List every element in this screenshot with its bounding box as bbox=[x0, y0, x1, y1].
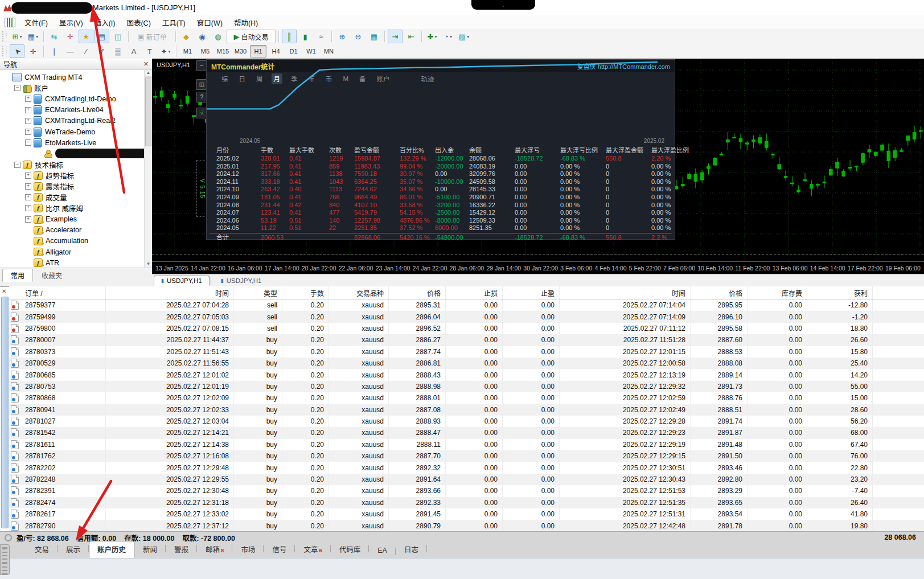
tree-item--[interactable]: +f趋势指标 bbox=[0, 170, 152, 181]
templates-button[interactable]: ▨▾ bbox=[457, 30, 471, 43]
scroll-up-icon[interactable]: ▲ bbox=[145, 70, 152, 77]
terminal-tab-文章[interactable]: 文章6 bbox=[295, 541, 330, 558]
expand-icon[interactable]: + bbox=[25, 216, 31, 223]
new-order-button[interactable]: ▣新订单 bbox=[132, 30, 173, 43]
chart-tab-1[interactable]: ▮USDJPY,H1 bbox=[214, 276, 269, 285]
navigator-tab-常用[interactable]: 常用 bbox=[2, 269, 33, 282]
table-row[interactable]: 287822022025.02.27 12:29:48buy0.20xauusd… bbox=[9, 462, 924, 473]
horizontal-line-tool-button[interactable]: ― bbox=[63, 44, 77, 58]
table-row[interactable]: 287815422025.02.27 12:14:21buy0.20xauusd… bbox=[9, 427, 924, 438]
terminal-close-icon[interactable]: ✕ bbox=[2, 288, 6, 294]
table-row[interactable]: 287805292025.02.27 11:56:55buy0.20xauusd… bbox=[9, 358, 924, 369]
text-label-tool-button[interactable]: T bbox=[142, 44, 157, 58]
table-row[interactable]: 287824742025.02.27 12:31:18buy0.20xauusd… bbox=[9, 497, 924, 508]
chart-area[interactable]: USDJPY,H1 − ◫ ? √ V 5.15 MTCommander统计 复… bbox=[152, 59, 924, 286]
auto-trading-button[interactable]: ▶自动交易 bbox=[227, 30, 276, 43]
terminal-tab-市场[interactable]: 市场 bbox=[232, 541, 264, 558]
tree-item--[interactable]: −账户 bbox=[0, 83, 152, 93]
tree-item-cxm-trading-mt4[interactable]: CXM Trading MT4 bbox=[0, 72, 152, 83]
menu-item[interactable]: 显示(V) bbox=[54, 15, 89, 30]
timeframe-h4[interactable]: H4 bbox=[268, 45, 284, 58]
candle-chart-button[interactable]: ▮ bbox=[298, 30, 313, 43]
terminal-tab-新闻[interactable]: 新闻 bbox=[134, 541, 166, 558]
table-row[interactable]: 287806852025.02.27 12:01:02buy0.20xauusd… bbox=[9, 369, 924, 380]
tree-item-wetrade-demo[interactable]: +WeTrade-Demo bbox=[0, 126, 152, 137]
indicators-button[interactable]: ✚▾ bbox=[425, 30, 440, 43]
dock-handle[interactable] bbox=[0, 544, 10, 575]
tree-item-redacted[interactable] bbox=[0, 148, 152, 159]
table-row[interactable]: 287823912025.02.27 12:30:48buy0.20xauusd… bbox=[9, 485, 924, 496]
trendline-tool-button[interactable]: ∕ bbox=[79, 44, 93, 58]
table-row[interactable]: 287809412025.02.27 12:02:33buy0.20xauusd… bbox=[9, 404, 924, 416]
terminal-toggle-button[interactable]: ▤ bbox=[95, 30, 109, 43]
tree-item-alligator[interactable]: fAlligator bbox=[0, 247, 152, 257]
tree-item--[interactable]: +f成交量 bbox=[0, 192, 152, 203]
data-window-button[interactable]: ✛ bbox=[63, 30, 77, 43]
bar-chart-button[interactable]: ║ bbox=[282, 30, 297, 43]
terminal-tab-账户历史[interactable]: 账户历史 bbox=[89, 541, 134, 558]
table-row[interactable]: 287808682025.02.27 12:02:09buy0.20xauusd… bbox=[9, 392, 924, 404]
expand-icon[interactable]: + bbox=[25, 107, 31, 113]
expand-icon[interactable]: + bbox=[25, 96, 31, 102]
table-row[interactable]: 287598002025.02.27 07:08:15sell0.20xauus… bbox=[9, 323, 924, 334]
fibonacci-tool-button[interactable]: ▒ bbox=[110, 44, 125, 58]
tree-item-accumulation[interactable]: fAccumulation bbox=[0, 236, 152, 247]
tree-item-cxmtradingltd-real2[interactable]: +CXMTradingLtd-Real2 bbox=[0, 116, 152, 126]
chart-shift-button[interactable]: ⇆ bbox=[47, 30, 61, 43]
navigator-scrollbar[interactable]: ▲ ▼ bbox=[144, 70, 152, 268]
collapse-icon[interactable]: − bbox=[14, 85, 20, 91]
table-row[interactable]: 287827902025.02.27 12:37:12buy0.20xauusd… bbox=[9, 520, 924, 531]
expand-icon[interactable]: + bbox=[25, 205, 31, 211]
expand-icon[interactable]: + bbox=[25, 129, 31, 135]
crosshair-tool-button[interactable]: ✛ bbox=[26, 44, 40, 58]
new-chart-button[interactable]: ⊞▾ bbox=[10, 30, 24, 43]
table-row[interactable]: 287826172025.02.27 12:33:02buy0.20xauusd… bbox=[9, 508, 924, 520]
close-icon[interactable]: ✕ bbox=[143, 60, 149, 68]
table-row[interactable]: 287807532025.02.27 12:01:19buy0.20xauusd… bbox=[9, 381, 924, 392]
vertical-line-tool-button[interactable]: ∣ bbox=[47, 44, 61, 58]
menu-item[interactable]: 图表(C) bbox=[121, 15, 156, 30]
menu-item[interactable]: 帮助(H) bbox=[228, 15, 264, 30]
gold-button[interactable]: ◆ bbox=[179, 30, 194, 43]
strategy-tester-button[interactable]: ◫ bbox=[110, 30, 125, 43]
expand-icon[interactable]: + bbox=[25, 183, 31, 190]
timeframe-w1[interactable]: W1 bbox=[303, 45, 319, 58]
menu-item[interactable]: 工具(T) bbox=[157, 15, 191, 30]
table-row[interactable]: 287817622025.02.27 12:16:08buy0.20xauusd… bbox=[9, 450, 924, 462]
periods-button[interactable]: ◔▾ bbox=[441, 30, 455, 43]
tree-item--[interactable]: +f震荡指标 bbox=[0, 181, 152, 192]
expand-icon[interactable]: + bbox=[25, 118, 31, 124]
terminal-tab-交易[interactable]: 交易 bbox=[26, 541, 58, 558]
menu-item[interactable]: 文件(F) bbox=[19, 15, 54, 30]
table-row[interactable]: 287594992025.02.27 07:05:03sell0.20xauus… bbox=[9, 311, 924, 322]
chart-shift-end-button[interactable]: ⇤ bbox=[404, 30, 418, 43]
tree-item-atr[interactable]: fATR bbox=[0, 257, 152, 268]
navigator-toggle-button[interactable]: ★ bbox=[79, 30, 93, 43]
timeframe-m1[interactable]: M1 bbox=[179, 45, 196, 58]
line-chart-button[interactable]: ≈ bbox=[314, 30, 328, 43]
collapse-icon[interactable]: − bbox=[25, 139, 31, 146]
zoom-out-button[interactable]: ⊖ bbox=[351, 30, 366, 43]
timeframe-h1[interactable]: H1 bbox=[250, 45, 266, 58]
shapes-tool-button[interactable]: ✦▾ bbox=[158, 44, 173, 58]
table-row[interactable]: 287593772025.02.27 07:04:28sell0.20xauus… bbox=[9, 299, 924, 311]
tree-item-examples[interactable]: +fExamples bbox=[0, 213, 152, 224]
tree-item--[interactable]: −f技术指标 bbox=[0, 159, 152, 170]
menu-item[interactable]: 窗口(W) bbox=[191, 15, 228, 30]
cursor-tool-button[interactable]: ➤ bbox=[10, 44, 24, 58]
channel-tool-button[interactable]: ∕∕ bbox=[95, 44, 109, 58]
timeframe-d1[interactable]: D1 bbox=[285, 45, 302, 58]
auto-scroll-button[interactable]: ⇥ bbox=[388, 30, 403, 43]
tile-windows-button[interactable]: ▦ bbox=[367, 30, 381, 43]
expand-icon[interactable]: + bbox=[25, 194, 31, 200]
terminal-tab-展示[interactable]: 展示 bbox=[58, 541, 89, 558]
terminal-tab-EA[interactable]: EA bbox=[369, 544, 396, 558]
text-tool-button[interactable]: A bbox=[126, 44, 141, 58]
navigator-tab-收藏夹[interactable]: 收藏夹 bbox=[33, 269, 71, 282]
timeframe-m5[interactable]: M5 bbox=[197, 45, 213, 58]
tree-item-cxmtradingltd-demo[interactable]: +CXMTradingLtd-Demo bbox=[0, 93, 152, 104]
table-row[interactable]: 287816112025.02.27 12:14:38buy0.20xauusd… bbox=[9, 439, 924, 450]
timeframe-m15[interactable]: M15 bbox=[215, 45, 231, 58]
tree-item--[interactable]: +f比尔 威廉姆 bbox=[0, 203, 152, 213]
scroll-down-icon[interactable]: ▼ bbox=[145, 261, 152, 268]
